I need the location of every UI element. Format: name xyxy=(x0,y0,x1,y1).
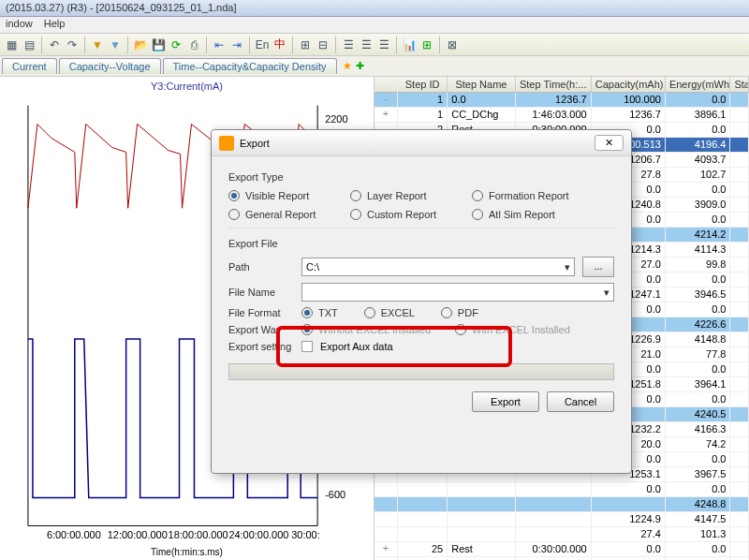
col-step-time[interactable]: Step Time(h:... xyxy=(516,77,592,92)
col-step-id[interactable]: Step ID xyxy=(398,77,448,92)
tab-current[interactable]: Current xyxy=(2,58,57,74)
export-type-radio[interactable]: Atl Sim Report xyxy=(472,209,594,220)
chart-x-label: Time(h:min:s.ms) xyxy=(0,547,374,557)
lang-icon[interactable]: 中 xyxy=(272,37,287,52)
table-row[interactable]: - 1 0.0 1236.7 100.000 0.0 xyxy=(374,93,749,108)
filter-icon[interactable]: ▼ xyxy=(108,37,123,52)
close-button[interactable]: ✕ xyxy=(595,135,624,151)
export-type-radio[interactable]: Layer Report xyxy=(350,190,472,201)
chart-icon[interactable]: 📊 xyxy=(402,37,417,52)
export-button[interactable]: Export xyxy=(472,391,539,412)
list-icon[interactable]: ☰ xyxy=(341,37,356,52)
fileformat-label: File Format xyxy=(228,307,294,318)
table-row[interactable]: + 1 CC_DChg 1:46:03.000 1236.7 3896.1 xyxy=(374,108,749,123)
toolbar-icon[interactable]: ▤ xyxy=(22,37,37,52)
table-row[interactable]: 27.4 101.3 xyxy=(374,527,749,542)
tool-icon[interactable]: ⊞ xyxy=(298,37,313,52)
toolbar-icon[interactable]: ▦ xyxy=(4,37,19,52)
open-icon[interactable]: 📂 xyxy=(133,37,148,52)
dialog-icon xyxy=(219,136,234,151)
refresh-icon[interactable]: ⟳ xyxy=(169,37,184,52)
undo-icon[interactable]: ↶ xyxy=(47,37,62,52)
path-label: Path xyxy=(228,261,294,273)
svg-text:12:00:00.000: 12:00:00.000 xyxy=(108,529,168,540)
path-combo[interactable]: C:\ xyxy=(301,258,575,276)
table-row[interactable]: + 25 Rest 0:30:00.000 0.0 0.0 xyxy=(374,542,749,557)
filename-combo[interactable] xyxy=(301,283,614,302)
svg-text:18:00:00.000: 18:00:00.000 xyxy=(169,529,228,540)
dialog-title: Export xyxy=(240,138,270,149)
cancel-button[interactable]: Cancel xyxy=(547,391,614,412)
last-icon[interactable]: ⇥ xyxy=(229,37,244,52)
export-type-radio[interactable]: General Report xyxy=(228,209,350,220)
file-format-radio[interactable]: TXT xyxy=(301,307,338,318)
table-row[interactable]: 4248.8 xyxy=(374,497,749,512)
list-icon[interactable]: ☰ xyxy=(376,37,391,52)
col-capacity[interactable]: Capacity(mAh) xyxy=(592,77,666,92)
svg-text:6:00:00.000: 6:00:00.000 xyxy=(47,529,101,540)
export-type-radio[interactable]: Formation Report xyxy=(472,190,594,201)
excel-icon[interactable]: ⊞ xyxy=(419,37,434,52)
tab-time-capacity[interactable]: Time--Capacity&Capacity Density xyxy=(163,58,337,74)
section-export-file: Export File xyxy=(228,238,614,249)
window-titlebar: (2015.03.27) (R3) - [20150624_093125_01_… xyxy=(0,0,749,17)
dialog-titlebar: Export ✕ xyxy=(212,130,631,156)
first-icon[interactable]: ⇤ xyxy=(212,37,227,52)
filter-icon[interactable]: ▼ xyxy=(90,37,105,52)
save-icon[interactable]: 💾 xyxy=(151,37,166,52)
export-dialog: Export ✕ Export Type Visible ReportLayer… xyxy=(211,129,632,474)
table-row[interactable]: 1224.9 4147.5 xyxy=(374,512,749,527)
exportsetting-label: Export setting xyxy=(228,341,294,352)
table-row[interactable]: 0.0 0.0 xyxy=(374,482,749,497)
menu-help[interactable]: Help xyxy=(44,18,66,32)
exportway-label: Export Way xyxy=(228,324,294,335)
aux-label: Export Aux data xyxy=(320,341,393,352)
browse-button[interactable]: ... xyxy=(582,257,614,277)
tool-icon[interactable]: ⊟ xyxy=(316,37,330,52)
chart-tabs: Current Capacity--Voltage Time--Capacity… xyxy=(0,56,749,77)
tool-icon[interactable]: ⊠ xyxy=(445,37,460,52)
progress-bar xyxy=(228,363,614,380)
list-icon[interactable]: ☰ xyxy=(359,37,374,52)
export-type-radio[interactable]: Custom Report xyxy=(350,209,472,220)
print-icon[interactable]: ⎙ xyxy=(186,37,201,52)
svg-text:-600: -600 xyxy=(325,489,345,500)
lang-icon[interactable]: En xyxy=(255,37,270,52)
redo-icon[interactable]: ↷ xyxy=(65,37,80,52)
chart-y3-label: Y3:Current(mA) xyxy=(0,77,374,96)
file-format-radio[interactable]: EXCEL xyxy=(364,307,415,318)
export-type-radio[interactable]: Visible Report xyxy=(228,190,350,201)
tab-capacity-voltage[interactable]: Capacity--Voltage xyxy=(59,58,161,74)
filename-label: File Name xyxy=(228,287,294,298)
col-energy[interactable]: Energy(mWh) xyxy=(666,77,731,92)
aux-checkbox[interactable] xyxy=(301,341,313,352)
svg-text:30:00:: 30:00: xyxy=(291,529,320,540)
menu-window[interactable]: indow xyxy=(6,18,33,32)
y3-tick: 2200 xyxy=(325,113,347,125)
exportway-without-excel: Without EXCEL Installed xyxy=(301,324,431,335)
section-export-type: Export Type xyxy=(228,171,614,183)
menubar: indow Help xyxy=(0,17,749,34)
svg-text:24:00:00.000: 24:00:00.000 xyxy=(228,529,288,540)
main-toolbar: ▦ ▤ ↶ ↷ ▼ ▼ 📂 💾 ⟳ ⎙ ⇤ ⇥ En 中 ⊞ ⊟ ☰ ☰ ☰ 📊… xyxy=(0,34,749,56)
star-icon[interactable]: ★ xyxy=(343,60,352,72)
col-start[interactable]: Start xyxy=(730,77,749,92)
exportway-with-excel: With EXCEL Installed xyxy=(455,324,570,335)
col-step-name[interactable]: Step Name xyxy=(448,77,515,92)
add-tab-icon[interactable]: ✚ xyxy=(356,60,364,72)
grid-header: Step ID Step Name Step Time(h:... Capaci… xyxy=(374,77,749,93)
file-format-radio[interactable]: PDF xyxy=(441,307,478,318)
